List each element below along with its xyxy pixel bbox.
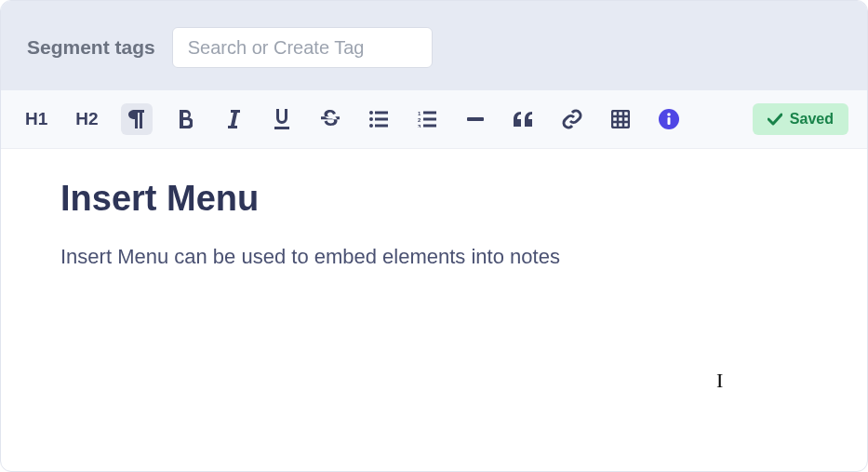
text-cursor-icon: I — [716, 369, 723, 393]
italic-button[interactable] — [218, 103, 249, 135]
heading2-button[interactable]: H2 — [70, 103, 103, 135]
horizontal-rule-button[interactable] — [460, 103, 491, 135]
svg-point-2 — [369, 117, 373, 121]
svg-text:3: 3 — [418, 124, 421, 128]
tag-search-input[interactable] — [172, 27, 433, 68]
blockquote-button[interactable] — [508, 103, 540, 135]
saved-label: Saved — [790, 111, 834, 128]
note-body[interactable]: Insert Menu can be used to embed element… — [60, 245, 808, 269]
underline-button[interactable] — [266, 103, 298, 135]
pilcrow-icon — [128, 110, 145, 128]
svg-rect-3 — [375, 118, 388, 121]
paragraph-button[interactable] — [121, 103, 153, 135]
svg-rect-5 — [375, 125, 388, 128]
italic-icon — [227, 110, 240, 128]
svg-rect-9 — [423, 118, 436, 121]
underline-icon — [274, 109, 290, 129]
ordered-list-button[interactable]: 123 — [411, 103, 443, 135]
quote-icon — [514, 112, 534, 127]
info-icon — [659, 109, 679, 129]
svg-rect-11 — [423, 125, 436, 128]
save-status-badge: Saved — [753, 103, 848, 135]
strikethrough-icon — [321, 110, 340, 128]
minus-icon — [467, 117, 484, 121]
ordered-list-icon: 123 — [418, 111, 436, 128]
heading1-button[interactable]: H1 — [20, 103, 53, 135]
bold-icon — [178, 110, 193, 128]
svg-text:2: 2 — [418, 117, 421, 123]
svg-point-0 — [369, 111, 373, 115]
editor-area[interactable]: Insert Menu Insert Menu can be used to e… — [1, 149, 867, 299]
table-icon — [611, 110, 630, 128]
link-button[interactable] — [556, 103, 588, 135]
svg-rect-19 — [667, 117, 670, 125]
svg-point-20 — [667, 113, 671, 116]
svg-rect-7 — [423, 112, 436, 115]
svg-rect-13 — [612, 111, 629, 128]
bold-button[interactable] — [169, 103, 201, 135]
table-button[interactable] — [605, 103, 636, 135]
tags-bar: Segment tags — [1, 1, 867, 90]
svg-rect-1 — [375, 112, 388, 115]
svg-text:1: 1 — [418, 111, 421, 116]
bullet-list-icon — [369, 111, 388, 128]
segment-tags-label: Segment tags — [27, 36, 155, 59]
check-icon — [768, 113, 782, 126]
note-title[interactable]: Insert Menu — [60, 179, 808, 219]
info-button[interactable] — [653, 103, 685, 135]
editor-toolbar: H1 H2 — [1, 90, 867, 149]
svg-point-4 — [369, 124, 373, 128]
app-frame: Segment tags H1 H2 — [0, 0, 868, 472]
strikethrough-button[interactable] — [314, 103, 346, 135]
link-icon — [562, 109, 582, 129]
svg-rect-12 — [467, 117, 484, 121]
bullet-list-button[interactable] — [363, 103, 394, 135]
